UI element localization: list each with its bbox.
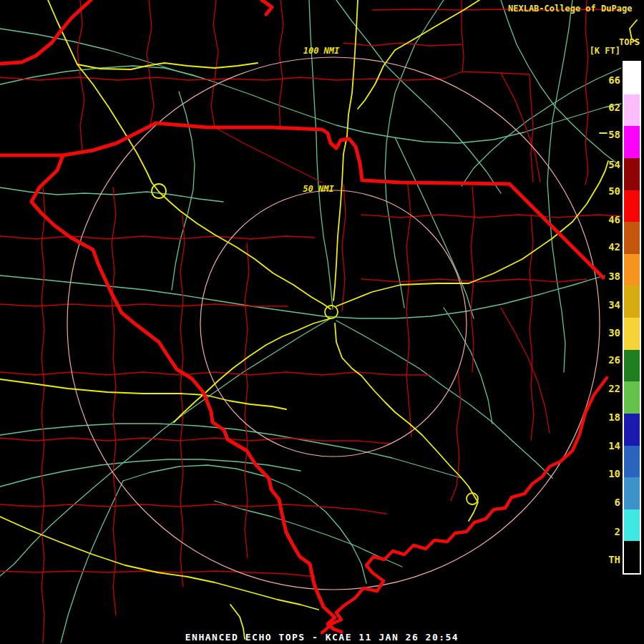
scale-band [624,62,640,94]
green-road [123,465,366,583]
scale-units-label: [K FT] [590,46,620,56]
product-caption: ENHANCED ECHO TOPS - KCAE 11 JAN 26 20:5… [0,632,644,643]
county-line [0,438,390,444]
scale-band [624,222,640,254]
green-road [395,137,474,318]
range-ring [200,190,467,457]
green-road [172,92,195,290]
yellow-highway [174,318,331,422]
color-scale-bar [623,61,641,575]
yellow-highway [0,517,318,610]
green-road [444,308,492,424]
green-road [336,321,552,478]
county-line [112,187,116,615]
radar-viewer: NEXLAB-College of DuPage TOPS [K FT] 666… [0,0,644,644]
state-border [262,0,272,14]
yellow-highway [48,0,331,309]
county-line [180,215,185,587]
green-road [0,66,621,143]
green-road [501,0,617,163]
yellow-highway [335,323,478,521]
scale-title: TOPS [619,37,640,47]
scale-band [624,286,640,318]
scale-band [624,190,640,223]
county-line [0,504,386,514]
county-line [279,0,283,129]
yellow-highway [333,0,358,301]
scale-band [624,446,640,478]
county-line [211,0,218,127]
county-line [585,0,588,185]
county-line [501,73,540,182]
scale-band [624,254,640,286]
county-line [342,185,346,311]
green-road [0,29,209,80]
scale-band [624,94,640,127]
county-line [0,236,315,239]
scale-band [624,350,640,382]
site-title: NEXLAB-College of DuPage [508,4,632,14]
county-line [501,308,550,433]
county-line [471,186,474,372]
state-border [0,123,603,278]
range-ring-label-50nmi: 50 NMI [293,184,343,194]
green-road [0,275,605,318]
county-line [451,372,461,501]
green-road [547,0,572,372]
scale-band [624,318,640,350]
county-line [215,127,322,182]
scale-band [624,381,640,414]
county-line [42,187,45,643]
range-ring [67,57,600,590]
scale-band [624,158,640,190]
county-line [361,215,621,218]
scale-band [624,477,640,509]
range-ring-label-100nmi: 100 NMI [292,46,351,56]
scale-band [624,509,640,542]
county-line [0,372,429,375]
coastline [322,378,607,633]
county-line [530,215,534,440]
scale-band [624,414,640,446]
green-road [385,0,444,308]
county-line [406,185,411,436]
radar-map [0,0,644,644]
state-border [0,0,91,64]
county-line [77,0,84,152]
scale-band [624,541,640,573]
scale-band [624,126,640,158]
